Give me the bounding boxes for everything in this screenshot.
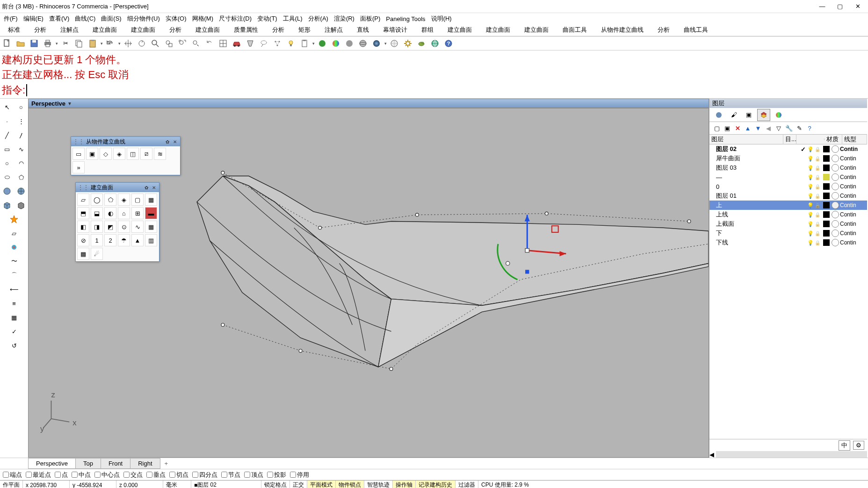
osnap-checkbox[interactable] [244,472,250,478]
srf-planar-icon[interactable]: ⬠ [104,194,116,206]
render-green-icon[interactable] [316,37,328,50]
dim-icon[interactable]: ⟵ [7,283,21,296]
dup-edge-icon[interactable]: ◇ [100,148,112,160]
close-button[interactable]: ✕ [853,2,862,11]
colorpt-icon[interactable] [7,241,21,254]
srf-sweep2-icon[interactable]: ⬓ [91,207,103,219]
osnap-checkbox[interactable] [55,472,61,478]
new-sublayer-icon[interactable]: ▣ [723,123,732,133]
srf-rev-icon[interactable]: ◐ [104,207,116,219]
menu-item[interactable]: 查看(V) [46,14,72,24]
polyline-icon[interactable]: 〳 [14,129,28,142]
more-icon[interactable]: » [72,161,85,173]
toolbar-tab[interactable]: 注解点 [53,24,86,36]
layer-lock-icon[interactable]: 🔒 [815,147,822,152]
status-smarttrack[interactable]: 智慧轨迹 [364,481,393,488]
layer-row[interactable]: 下💡🔒Contin [709,229,867,238]
osnap-item[interactable]: 垂点 [145,471,167,479]
layer-material-icon[interactable] [832,173,839,181]
layer-material-icon[interactable] [832,155,839,162]
layer-row[interactable]: 上线💡🔒Contin [709,210,867,219]
srf-network-icon[interactable]: ⊞ [131,207,144,219]
status-osnap[interactable]: 物件锁点 [336,481,364,488]
explode-icon[interactable] [7,213,21,226]
layers-icon[interactable]: ≡ [7,297,21,310]
open-icon[interactable] [14,37,27,50]
srf-pipe-icon[interactable]: ⊙ [118,221,130,233]
contour-icon[interactable]: ≋ [154,148,166,160]
toolbar-tab[interactable]: 标准 [1,24,27,36]
layer-visible-icon[interactable]: 💡 [807,193,815,199]
layer-linetype[interactable]: Contin [840,174,867,180]
srf-3-icon[interactable]: 2 [104,234,116,246]
move-left-icon[interactable]: ◀ [764,123,773,133]
srf-2-icon[interactable]: 1 [91,234,103,246]
grip-icon[interactable]: ⋮⋮ [73,138,84,145]
osnap-checkbox[interactable] [169,472,175,478]
layer-lock-icon[interactable]: 🔒 [815,194,822,199]
dropdown-icon[interactable]: ▾ [55,39,58,48]
layer-visible-icon[interactable]: 💡 [807,174,815,180]
layer-material-icon[interactable] [832,220,839,228]
sphere-tool-icon[interactable] [0,185,14,198]
view-tab[interactable]: Top [75,458,101,469]
status-cplane[interactable]: 作平面 [0,481,23,488]
layer-visible-icon[interactable]: 💡 [807,240,815,246]
toolbar-tab[interactable]: 曲线工具 [677,24,715,36]
rotate-view-icon[interactable] [136,37,148,50]
layer-visible-icon[interactable]: 💡 [807,146,815,152]
layer-linetype[interactable]: Contin [840,155,867,162]
menu-item[interactable]: 分析(A) [305,14,331,24]
layer-visible-icon[interactable]: 💡 [807,230,815,237]
layer-material-icon[interactable] [832,201,839,209]
delete-layer-icon[interactable]: ✕ [733,123,742,133]
osnap-checkbox[interactable] [192,472,198,478]
osnap-checkbox[interactable] [290,472,296,478]
toolbar-tab[interactable]: 建立曲面 [188,24,227,36]
osnap-checkbox[interactable] [72,472,78,478]
menu-item[interactable]: 件(F) [1,14,21,24]
tab-properties[interactable] [712,109,725,121]
layer-lock-icon[interactable]: 🔒 [815,156,822,161]
osnap-item[interactable]: 切点 [167,471,190,479]
dropdown-icon[interactable]: ▾ [312,39,315,48]
toolbar-tab[interactable]: 建立曲面 [479,24,517,36]
mesh-box-icon[interactable] [14,199,28,212]
grasshopper-icon[interactable] [415,37,427,50]
osnap-checkbox[interactable] [123,472,130,478]
layer-linetype[interactable]: Contin [840,146,867,152]
osnap-checkbox[interactable] [3,472,9,478]
circle-icon[interactable]: ○ [0,157,14,170]
layer-current-icon[interactable]: ✓ [799,146,807,153]
osnap-item[interactable]: 顶点 [242,471,265,479]
toolbar-tab[interactable]: 曲面工具 [556,24,594,36]
filter-icon[interactable]: ▽ [774,123,783,133]
osnap-checkbox[interactable] [146,472,152,478]
toolbar-tab[interactable]: 建立曲面 [124,24,162,36]
command-input[interactable] [26,84,27,96]
layer-row[interactable]: 0💡🔒Contin [709,182,867,191]
osnap-item[interactable]: 点 [53,471,70,479]
toolbar-tab[interactable]: 建立曲面 [86,24,124,36]
col-layer[interactable]: 图层 [709,134,783,144]
zoom-window-icon[interactable] [163,37,175,50]
help-icon[interactable]: ? [442,37,455,50]
srf-fin-icon[interactable]: ☄ [91,248,103,260]
layer-visible-icon[interactable]: 💡 [807,165,815,171]
rect-icon[interactable]: ▭ [0,143,14,156]
curve-tan-icon[interactable]: ⌒ [7,269,21,282]
hatch-icon[interactable]: ▦ [7,311,21,324]
layer-material-icon[interactable] [832,230,839,237]
layer-linetype[interactable]: Contin [840,193,867,199]
srf-edge-icon[interactable]: ◯ [91,194,103,206]
close-icon[interactable]: ✕ [151,184,157,191]
toolbar-tab[interactable]: 幕墙设计 [376,24,414,36]
col-linetype[interactable]: 线型 [842,134,867,144]
view-tab[interactable]: Front [101,458,130,469]
status-unit[interactable]: 毫米 [163,481,191,488]
srf-picture-icon[interactable]: ▲ [131,234,144,246]
render-rainbow-icon[interactable] [330,37,342,50]
layer-material-icon[interactable] [832,183,839,190]
globe-icon[interactable] [429,37,441,50]
layer-visible-icon[interactable]: 💡 [807,202,815,208]
